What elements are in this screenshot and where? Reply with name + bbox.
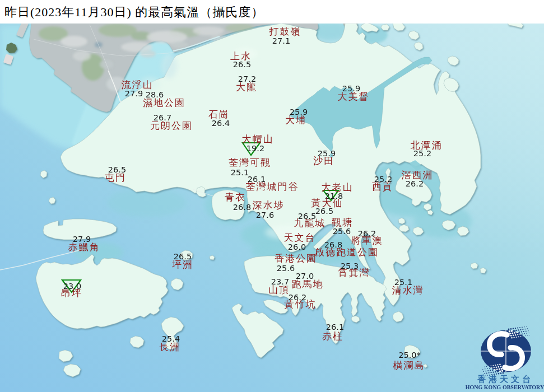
land-tint-patch xyxy=(161,54,177,78)
mainland-texture-patch xyxy=(99,24,137,37)
map-title: 昨日(2023年11月30日) 的最高氣溫（攝氏度） xyxy=(4,4,264,21)
land-tint-patch xyxy=(156,97,185,110)
tsing-yi-island xyxy=(212,190,244,220)
mainland-texture-patch xyxy=(106,77,127,91)
mainland-texture-patch xyxy=(73,51,91,61)
inner-water-patch xyxy=(108,188,186,217)
title-bar: 昨日(2023年11月30日) 的最高氣溫（攝氏度） xyxy=(0,0,544,24)
land-tint-patch xyxy=(140,77,160,91)
hko-logo-chinese-name: 香港天文台 xyxy=(477,374,533,385)
mainland-texture-patch xyxy=(147,31,187,43)
mainland-texture-patch xyxy=(61,36,87,47)
mainland-texture-patch xyxy=(140,50,156,58)
hong-kong-map xyxy=(0,0,544,392)
hko-max-temperature-map: 打鼓嶺27.1上水26.5大隴27.2流浮山27.9濕地公園28.6元朗公園26… xyxy=(0,0,544,392)
land-tint-patch xyxy=(279,259,315,268)
mainland-texture-patch xyxy=(170,41,188,48)
hko-logo-english-name: HONG KONG OBSERVATORY xyxy=(466,384,544,390)
mainland-texture-patch xyxy=(193,26,224,35)
land-tint-patch xyxy=(233,48,258,59)
land-tint-patch xyxy=(265,225,312,240)
